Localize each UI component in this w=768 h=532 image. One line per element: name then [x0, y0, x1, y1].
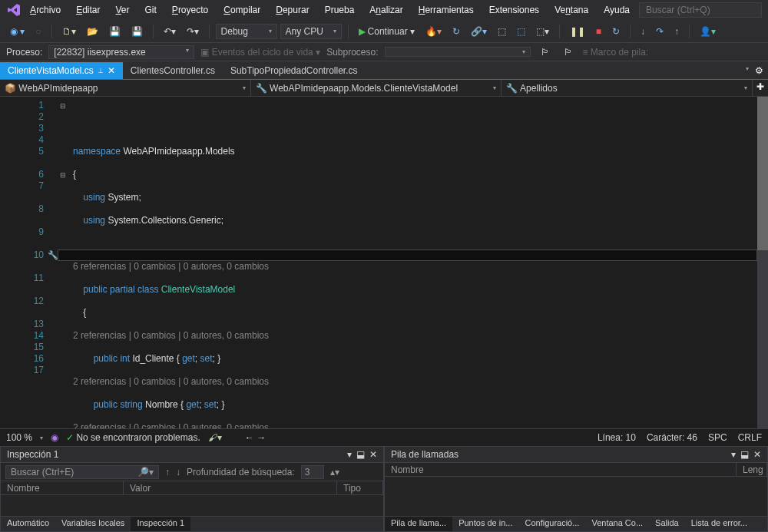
hot-reload-button[interactable]: 🔥▾ — [422, 24, 445, 39]
depth-label: Profundidad de búsqueda: — [187, 467, 295, 477]
pin-icon[interactable]: ⟂ — [98, 66, 103, 74]
gear-icon[interactable]: ⚙ — [755, 65, 763, 76]
zoom-level[interactable]: 100 % — [6, 432, 32, 443]
platform-dropdown[interactable]: Any CPU▾ — [280, 24, 342, 39]
tab-clientes-controller[interactable]: ClientesController.cs — [123, 62, 223, 79]
col-nombre[interactable]: Nombre — [1, 481, 124, 494]
stack-frame-label: ≡ Marco de pila: — [583, 47, 649, 58]
tab-puntos-int[interactable]: Puntos de in... — [452, 517, 518, 531]
refresh-button[interactable]: ↻ — [449, 24, 464, 39]
tab-inspeccion-1[interactable]: Inspección 1 — [131, 517, 190, 531]
tab-ventana-co[interactable]: Ventana Co... — [585, 517, 649, 531]
menu-prueba[interactable]: Prueba — [319, 2, 361, 18]
tab-lista-error[interactable]: Lista de error... — [685, 517, 753, 531]
issues-status[interactable]: ✓ No se encontraron problemas. — [66, 432, 200, 443]
nav-down-button[interactable]: ↓ — [176, 467, 180, 477]
menu-proyecto[interactable]: Proyecto — [166, 2, 214, 18]
tb-btn-2[interactable]: ⬚ — [513, 24, 529, 39]
tab-configuracion[interactable]: Configuració... — [518, 517, 585, 531]
save-all-button[interactable]: 💾 — [127, 24, 147, 39]
menu-bar: AArchivorchivo Editar Ver Git Proyecto C… — [0, 0, 768, 20]
split-button[interactable]: ✚ — [753, 80, 768, 96]
pin-icon[interactable]: ⬓ — [356, 449, 365, 460]
col-tipo[interactable]: Tipo — [337, 481, 383, 494]
global-search-input[interactable] — [639, 2, 762, 18]
redo-button[interactable]: ↷▾ — [183, 24, 203, 39]
step-out-button[interactable]: ↑ — [670, 24, 683, 39]
col-leng[interactable]: Leng — [737, 463, 767, 476]
flag2-button[interactable]: 🏳 — [560, 45, 577, 60]
menu-editar[interactable]: Editar — [70, 2, 106, 18]
bottom-panels: Inspección 1 ▾ ⬓ ✕ Buscar (Ctrl+E)🔎▾ ↑ ↓… — [0, 446, 768, 532]
inspection-panel: Inspección 1 ▾ ⬓ ✕ Buscar (Ctrl+E)🔎▾ ↑ ↓… — [0, 446, 384, 532]
stepper-icon[interactable]: ▴▾ — [330, 467, 339, 477]
new-item-button[interactable]: 🗋▾ — [58, 24, 80, 39]
menu-analizar[interactable]: Analizar — [363, 2, 409, 18]
class-dropdown[interactable]: 🔧 WebAPImidepaapp.Models.ClienteVistaMod… — [251, 80, 502, 96]
pin-icon[interactable]: ⬓ — [740, 449, 749, 460]
menu-extensiones[interactable]: Extensiones — [483, 2, 545, 18]
depth-input[interactable]: 3 — [301, 465, 324, 479]
inspection-search-input[interactable]: Buscar (Ctrl+E)🔎▾ — [5, 465, 159, 479]
menu-compilar[interactable]: Compilar — [217, 2, 266, 18]
process-bar: Proceso: [22832] iisexpress.exe▾ ▣ Event… — [0, 43, 768, 61]
subprocess-dropdown[interactable]: ▾ — [385, 47, 531, 57]
inspection-title: Inspección 1 — [7, 449, 58, 460]
editor-status-bar: 100 %▾ ◉ ✓ No se encontraron problemas. … — [0, 428, 768, 446]
tab-dropdown-button[interactable]: ▾ — [746, 65, 749, 76]
col-nombre[interactable]: Nombre — [385, 463, 737, 476]
indent-mode[interactable]: SPC — [708, 432, 727, 443]
step-over-button[interactable]: ↷ — [652, 24, 667, 39]
nav-back-button[interactable]: ◉ ▾ — [6, 24, 28, 39]
tab-salida[interactable]: Salida — [649, 517, 685, 531]
process-dropdown[interactable]: [22832] iisexpress.exe▾ — [48, 45, 194, 59]
menu-ayuda[interactable]: Ayuda — [598, 2, 636, 18]
menu-herramientas[interactable]: Herramientas — [412, 2, 480, 18]
lifecycle-events-button[interactable]: ▣ Eventos del ciclo de vida ▾ — [200, 47, 320, 58]
member-dropdown[interactable]: 🔧 Apellidos▾ — [502, 80, 753, 96]
step-into-button[interactable]: ↓ — [637, 24, 649, 39]
undo-button[interactable]: ↶▾ — [160, 24, 180, 39]
close-icon[interactable]: ✕ — [369, 449, 377, 460]
subprocess-label: Subproceso: — [326, 47, 378, 58]
flag-button[interactable]: 🏳 — [537, 45, 554, 60]
open-file-button[interactable]: 📂 — [83, 24, 102, 39]
col-valor[interactable]: Valor — [124, 481, 337, 494]
tab-pila-llamadas[interactable]: Pila de llama... — [385, 517, 452, 531]
menu-ver[interactable]: Ver — [110, 2, 136, 18]
dropdown-icon[interactable]: ▾ — [731, 449, 736, 460]
code-editor[interactable]: 12345 67 8 9 10🔧 11 12 13 14151617 ⊟ ⊟ n… — [0, 97, 768, 428]
tab-cliente-vista-model[interactable]: ClienteVistaModel.cs ⟂ ✕ — [0, 62, 123, 79]
nav-arrows[interactable]: ← → — [245, 432, 266, 443]
menu-git[interactable]: Git — [139, 2, 163, 18]
line-number[interactable]: Línea: 10 — [598, 432, 636, 443]
intellicode-icon[interactable]: ◉ — [51, 432, 58, 443]
tab-automatico[interactable]: Automático — [1, 517, 55, 531]
editor-nav-bar: 📦 WebAPImidepaapp▾ 🔧 WebAPImidepaapp.Mod… — [0, 80, 768, 97]
pause-button[interactable]: ❚❚ — [566, 24, 589, 39]
tab-subtipo-propiedad[interactable]: SubTipoPropiedadController.cs — [223, 62, 366, 79]
stop-button[interactable]: ■ — [592, 24, 605, 39]
quick-action-icon[interactable]: 🔧 — [48, 249, 58, 261]
dropdown-icon[interactable]: ▾ — [347, 449, 352, 460]
nav-up-button[interactable]: ↑ — [165, 467, 170, 477]
code-cleanup-icon[interactable]: 🖌▾ — [208, 432, 222, 443]
browser-link-button[interactable]: 🔗▾ — [467, 24, 491, 39]
restart-button[interactable]: ↻ — [608, 24, 624, 39]
menu-ventana[interactable]: Ventana — [548, 2, 594, 18]
column-number[interactable]: Carácter: 46 — [647, 432, 697, 443]
config-dropdown[interactable]: Debug▾ — [216, 24, 277, 39]
line-ending[interactable]: CRLF — [738, 432, 762, 443]
tb-btn-1[interactable]: ⬚ — [494, 24, 510, 39]
close-icon[interactable]: ✕ — [753, 449, 761, 460]
tb-btn-3[interactable]: ⬚▾ — [532, 24, 553, 39]
live-share-button[interactable]: 👤▾ — [696, 24, 720, 39]
close-icon[interactable]: ✕ — [108, 65, 115, 76]
menu-archivo[interactable]: AArchivorchivo — [24, 2, 67, 18]
project-dropdown[interactable]: 📦 WebAPImidepaapp▾ — [0, 80, 251, 96]
continue-button[interactable]: ▶ Continuar ▾ — [355, 24, 419, 39]
nav-fwd-button[interactable]: ○ — [31, 24, 45, 39]
menu-depurar[interactable]: Depurar — [270, 2, 315, 18]
save-button[interactable]: 💾 — [105, 24, 124, 39]
tab-variables-locales[interactable]: Variables locales — [55, 517, 131, 531]
